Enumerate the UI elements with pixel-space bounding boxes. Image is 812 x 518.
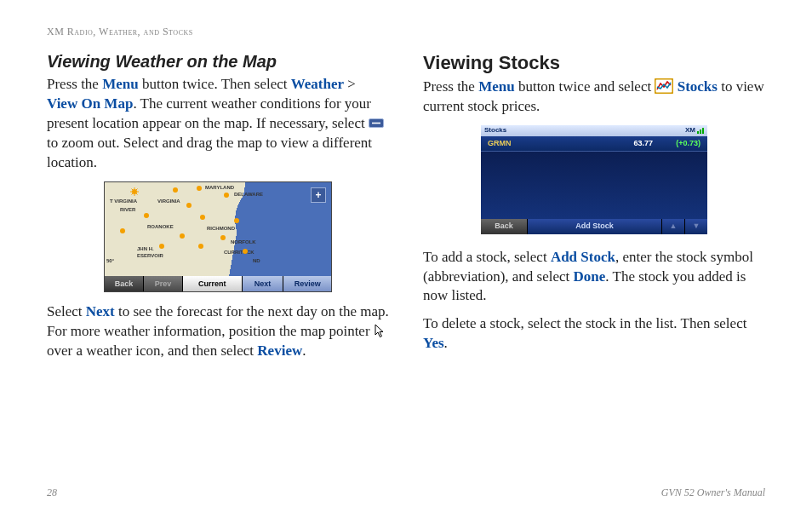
stocks-tab-down[interactable]: ▼ — [684, 219, 707, 234]
stock-symbol: GRMN — [488, 138, 610, 148]
svg-line-7 — [132, 188, 134, 190]
view-on-map-label: View On Map — [47, 95, 133, 112]
stocks-screenshot: Stocks XM GRMN 63.77 (+0.73) — [481, 125, 707, 234]
svg-point-22 — [120, 228, 125, 233]
signal-bars-icon — [697, 127, 704, 134]
xm-label: XM — [685, 126, 695, 135]
stocks-tab-up[interactable]: ▲ — [662, 219, 684, 234]
label-norfolk: NORFOLK — [231, 239, 256, 245]
text: button twice. Then select — [139, 76, 291, 92]
text: Press the — [47, 76, 102, 92]
yes-label: Yes — [423, 335, 444, 351]
stocks-label: Stocks — [678, 78, 718, 95]
svg-line-8 — [136, 193, 138, 195]
svg-point-15 — [200, 215, 205, 220]
svg-point-21 — [243, 249, 248, 254]
page-number: 28 — [47, 486, 57, 499]
add-stock-label: Add Stock — [551, 249, 615, 265]
label-roanoke: ROANOKE — [147, 223, 174, 230]
text: To add a stock, select — [423, 249, 551, 265]
stocks-tab-add[interactable]: Add Stock — [528, 219, 662, 234]
stocks-tab-back[interactable]: Back — [481, 219, 528, 234]
map-tabs: Back Prev Current Next Review — [105, 276, 331, 291]
map-tab-current[interactable]: Current — [183, 276, 243, 291]
zoom-out-icon — [369, 118, 384, 128]
svg-point-11 — [173, 187, 178, 193]
stock-price: 63.77 — [610, 138, 653, 148]
stock-change: (+0.73) — [653, 138, 700, 148]
label-fifty: 50° — [106, 257, 114, 264]
left-column: Viewing Weather on the Map Press the Men… — [47, 50, 389, 370]
zoom-in-button[interactable]: + — [311, 187, 326, 203]
menu-label: Menu — [102, 76, 139, 92]
menu-label: Menu — [478, 78, 515, 95]
weather-paragraph-1: Press the Menu button twice. Then select… — [47, 75, 389, 173]
xm-indicator: XM — [685, 126, 704, 135]
stocks-icon — [655, 78, 673, 94]
svg-point-14 — [144, 213, 149, 218]
stocks-paragraph-3: To delete a stock, select the stock in t… — [423, 314, 765, 354]
text: To delete a stock, select the stock in t… — [423, 315, 746, 331]
label-maryland: MARYLAND — [205, 184, 234, 191]
text: . — [444, 335, 448, 351]
weather-map-screenshot: T VIRGINIA RIVER VIRGINIA ROANOKE RICHMO… — [104, 181, 332, 292]
stock-row[interactable]: GRMN 63.77 (+0.73) — [481, 136, 707, 152]
text: > — [344, 76, 356, 92]
label-john: JHN H. — [137, 245, 154, 252]
text: to zoom out. Select and drag the map to … — [47, 135, 372, 170]
review-label: Review — [257, 342, 302, 359]
label-richmond: RICHMOND — [207, 225, 235, 232]
svg-line-9 — [136, 188, 138, 190]
label-delaware: DELAWARE — [234, 191, 263, 198]
map-tab-next[interactable]: Next — [243, 276, 284, 291]
map-labels: T VIRGINIA RIVER VIRGINIA ROANOKE RICHMO… — [105, 182, 331, 276]
manual-title: GVN 52 Owner's Manual — [661, 486, 765, 499]
map-tab-review[interactable]: Review — [283, 276, 331, 291]
text: over a weather icon, and then select — [47, 342, 257, 359]
text: . — [302, 342, 306, 359]
label-currituck: CURRITUCK — [224, 249, 254, 256]
svg-point-23 — [224, 193, 229, 198]
label-virginia: VIRGINIA — [157, 198, 180, 204]
stocks-paragraph-2: To add a stock, select Add Stock, enter … — [423, 248, 765, 307]
text: button twice and select — [515, 78, 655, 95]
stocks-paragraph-1: Press the Menu button twice and select S… — [423, 78, 765, 117]
svg-point-20 — [198, 244, 203, 249]
stocks-tabs: Back Add Stock ▲ ▼ — [481, 219, 707, 234]
heading-stocks: Viewing Stocks — [423, 50, 765, 76]
stocks-list: GRMN 63.77 (+0.73) — [481, 136, 707, 219]
map-tab-back[interactable]: Back — [105, 276, 144, 291]
text: Press the — [423, 78, 478, 95]
done-label: Done — [574, 268, 606, 285]
heading-weather-map: Viewing Weather on the Map — [47, 50, 389, 73]
svg-point-17 — [180, 233, 185, 239]
weather-label: Weather — [291, 76, 344, 92]
map-tab-prev[interactable]: Prev — [144, 276, 183, 291]
cursor-icon — [374, 324, 386, 339]
svg-line-10 — [132, 193, 134, 195]
svg-point-13 — [186, 203, 192, 208]
label-river: RIVER — [120, 206, 135, 213]
svg-point-18 — [220, 235, 226, 240]
svg-point-12 — [197, 186, 202, 191]
next-label: Next — [86, 303, 115, 319]
label-wvirginia: T VIRGINIA — [110, 198, 137, 204]
stocks-title-text: Stocks — [484, 126, 506, 135]
svg-point-19 — [159, 244, 164, 249]
svg-point-16 — [234, 218, 239, 223]
page-header: XM Radio, Weather, and Stocks — [47, 26, 765, 38]
right-column: Viewing Stocks Press the Menu button twi… — [423, 50, 765, 370]
label-nd: ND — [253, 257, 260, 264]
text: Select — [47, 303, 86, 319]
label-reservoir: ESERVOIR — [137, 252, 163, 259]
stocks-titlebar: Stocks XM — [481, 125, 707, 136]
weather-paragraph-2: Select Next to see the forecast for the … — [47, 302, 389, 361]
